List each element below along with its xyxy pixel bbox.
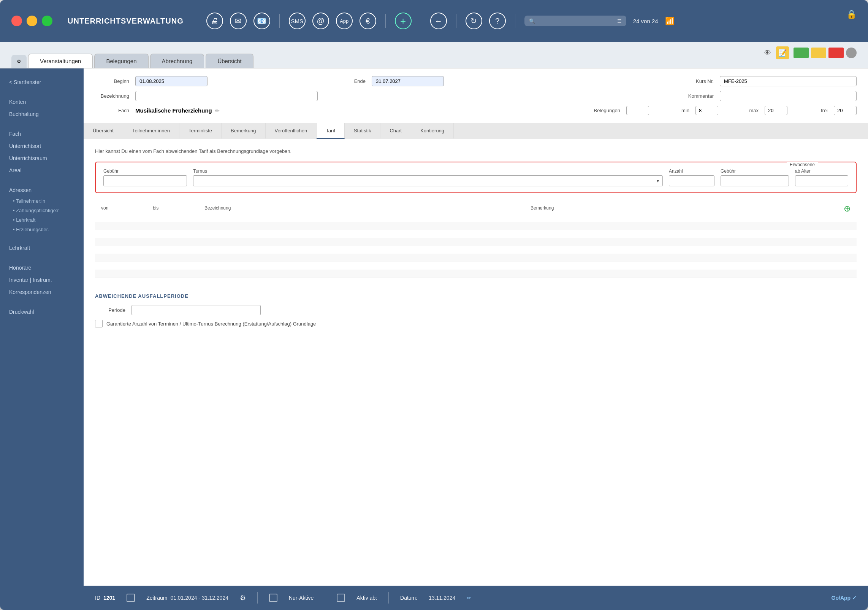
sidebar-item-konten[interactable]: Konten [0,96,84,108]
sidebar-item-areal[interactable]: Areal [0,164,84,176]
sidebar-item-honorare[interactable]: Honorare [0,262,84,274]
bezeichnung-input[interactable] [135,91,318,101]
min-input[interactable] [695,106,718,115]
main-tab-nav: ⚙ Veranstaltungen Belegungen Abrechnung … [0,42,868,68]
sidebar-item-lehrkraft-sub[interactable]: • Lehrkraft [0,215,84,225]
status-separator-2 [325,592,325,604]
list-row [95,246,857,254]
anzahl-label: Anzahl [669,168,714,174]
max-input[interactable] [765,106,787,115]
ende-input[interactable] [372,76,444,86]
garantierte-checkbox[interactable] [95,320,103,327]
nur-aktive-checkbox[interactable] [269,594,277,602]
traffic-light-red[interactable] [11,16,22,26]
sidebar-item-lehrkraft[interactable]: Lehrkraft [0,242,84,254]
back-icon[interactable]: ← [430,13,447,29]
status-yellow [811,48,826,58]
erw-gebuehr-label: Gebühr [721,168,789,174]
note-icon[interactable]: 📝 [776,46,789,59]
traffic-light-yellow[interactable] [27,16,37,26]
subtab-tarif[interactable]: Tarif [317,123,345,139]
periode-input[interactable] [131,305,261,315]
subtab-bemerkung[interactable]: Bemerkung [222,123,265,139]
sidebar-item-erziehungsber[interactable]: • Erziehungsber. [0,225,84,234]
eye-icon[interactable]: 👁 [764,49,771,57]
tab-uebersicht[interactable]: Übersicht [206,54,253,68]
beginn-input[interactable] [135,76,207,86]
list-add-button[interactable]: ⊕ [844,204,851,214]
erw-gebuehr-input[interactable] [721,175,789,186]
refresh-icon[interactable]: ↻ [466,13,482,29]
list-row [95,254,857,262]
sidebar: < Startfenster Konten Buchhaltung Fach U… [0,68,84,610]
search-input[interactable] [538,18,614,24]
frei-input[interactable] [834,106,857,115]
turnus-select[interactable] [193,175,663,186]
traffic-light-green[interactable] [42,16,52,26]
col-bis: bis [153,205,198,211]
add-icon[interactable]: + [395,13,412,29]
status-gray [846,48,857,58]
sub-tabs: Übersicht Teilnehmer:innen Terminliste B… [84,123,868,139]
toolbar-separator-3 [421,14,421,28]
aktiv-ab-checkbox[interactable] [337,594,345,602]
subtab-teilnehmer[interactable]: Teilnehmer:innen [123,123,179,139]
sidebar-item-unterrichtsort[interactable]: Unterrichtsort [0,140,84,152]
sidebar-item-inventar[interactable]: Inventar | Instrum. [0,274,84,286]
sidebar-item-adressen[interactable]: Adressen [0,184,84,196]
print-icon[interactable]: 🖨 [206,13,223,29]
sidebar-item-zahlungspflichtige[interactable]: • Zahlungspflichtige:r [0,206,84,215]
mail-icon[interactable]: ✉ [230,13,247,29]
list-row [95,222,857,230]
checkbox-label: Garantierte Anzahl von Terminen / Ultimo… [106,321,316,327]
anzahl-input[interactable] [669,175,714,186]
subtab-statistik[interactable]: Statistik [345,123,381,139]
ab-alter-input[interactable] [795,175,848,186]
kurs-nr-input[interactable] [720,76,857,86]
toolbar-separator-2 [385,14,386,28]
gebuehr-input[interactable] [103,175,187,186]
sidebar-item-unterrichtsraum[interactable]: Unterrichtsraum [0,152,84,164]
tab-abrechnung[interactable]: Abrechnung [150,54,204,68]
list-row [95,238,857,246]
min-label: min [655,108,689,113]
tab-belegungen[interactable]: Belegungen [94,54,148,68]
subtab-veroeffentlichen[interactable]: Veröffentlichen [266,123,317,139]
zeitraum-checkbox[interactable] [127,594,135,602]
toolbar-separator-5 [515,14,515,28]
help-icon[interactable]: ? [489,13,506,29]
kommentar-input[interactable] [720,91,857,101]
go-app-button[interactable]: Go/App ✓ [832,595,857,601]
id-label: ID [95,595,100,601]
sms-icon[interactable]: SMS [289,13,306,29]
at-icon[interactable]: @ [312,13,329,29]
sidebar-item-druckwahl[interactable]: Druckwahl [0,306,84,318]
euro-icon[interactable]: € [360,13,376,29]
status-gear-icon[interactable]: ⚙ [240,594,246,602]
erw-gebuehr-field: Gebühr [721,168,789,186]
list-icon[interactable]: ☰ [617,18,622,24]
subtab-chart[interactable]: Chart [380,123,411,139]
ab-alter-label: ab Alter [795,168,848,174]
app-title: UNTERRICHTSVERWALTUNG [68,17,184,25]
belegungen-input[interactable] [626,106,649,115]
fach-label: Fach [95,108,129,113]
sidebar-item-korrespondenzen[interactable]: Korrespondenzen [0,286,84,298]
sidebar-item-fach[interactable]: Fach [0,128,84,140]
sidebar-item-teilnehmer[interactable]: • Teilnehmer:in [0,196,84,206]
datum-edit-icon[interactable]: ✏ [467,595,471,601]
sidebar-item-startfenster[interactable]: < Startfenster [0,76,84,88]
datum-label: Datum: [400,595,417,601]
subtab-terminliste[interactable]: Terminliste [179,123,222,139]
gear-tab[interactable]: ⚙ [11,55,27,68]
sidebar-item-buchhaltung[interactable]: Buchhaltung [0,108,84,120]
mail2-icon[interactable]: 📧 [253,13,270,29]
max-label: max [724,108,759,113]
gebuehr-field: Gebühr [103,168,187,186]
ende-label: Ende [331,78,366,84]
app-icon[interactable]: App [336,13,353,29]
fach-edit-icon[interactable]: ✏ [215,108,220,114]
tab-veranstaltungen[interactable]: Veranstaltungen [28,54,93,68]
subtab-uebersicht[interactable]: Übersicht [84,123,123,139]
subtab-kontierung[interactable]: Kontierung [411,123,454,139]
